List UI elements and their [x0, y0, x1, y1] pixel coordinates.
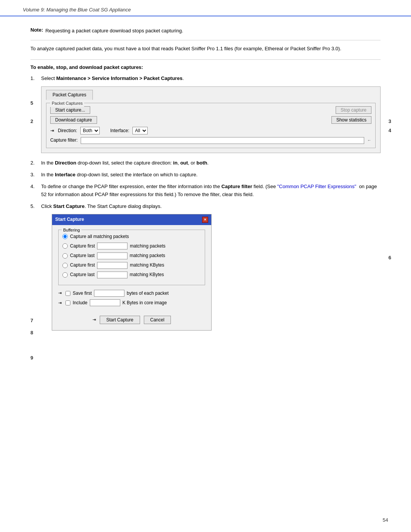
step-5: 5. Click Start Capture. The Start Captur… [30, 203, 381, 211]
start-capture-button[interactable]: Start capture... [50, 106, 90, 114]
capture-all-radio[interactable] [62, 234, 68, 239]
capture-last-label-2: Capture last [70, 271, 95, 278]
sc-body: Buffering Capture all matching packets C… [52, 225, 211, 330]
step-3-bold1: Interface [55, 172, 75, 177]
capture-last-input-1[interactable] [97, 252, 127, 259]
include-input[interactable] [90, 299, 120, 306]
step-4-content: To define or change the PCAP filter expr… [41, 183, 381, 199]
step-1-num: 1. [30, 75, 41, 83]
sc-title-text: Start Capture [55, 216, 84, 223]
step-1-bold: Maintenance > Service Information > Pack… [56, 75, 183, 81]
include-checkbox[interactable] [65, 300, 70, 305]
start-capture-submit-button[interactable]: Start Capture [100, 316, 140, 324]
capture-filter-label: Capture filter: [50, 137, 78, 144]
page-header: Volume 9: Managing the Blue Coat SG Appl… [0, 0, 411, 16]
content: Note: Requesting a packet capture downlo… [0, 16, 411, 347]
capture-first-suffix-2: matching KBytes [130, 262, 164, 269]
capture-first-input-1[interactable] [97, 243, 127, 249]
capture-last-suffix-1: matching packets [130, 252, 165, 259]
capture-last-radio-1[interactable] [62, 253, 68, 259]
step-2: 2. In the Direction drop-down list, sele… [30, 159, 381, 167]
capture-last-row: Capture last matching packets [62, 252, 201, 259]
callout-7: 7 [30, 317, 33, 325]
include-suffix: K Bytes in core image [123, 299, 167, 307]
pc-filter-row: Capture filter: ← [50, 137, 371, 144]
capture-filter-input[interactable] [81, 137, 364, 144]
include-row: ⇥ Include K Bytes in core image [58, 299, 205, 307]
capture-first-label-2: Capture first [70, 262, 95, 269]
step-1: 1. Select Maintenance > Service Informat… [30, 75, 381, 83]
capture-last-suffix-2: matching KBytes [130, 271, 164, 278]
show-statistics-button[interactable]: Show statistics [331, 116, 371, 124]
capture-all-label: Capture all matching packets [70, 233, 129, 240]
sc-title-bar: Start Capture × [52, 214, 211, 225]
callout-5: 5 [30, 99, 33, 107]
step-2-out: out [180, 160, 188, 166]
note-text: Requesting a packet capture download sto… [45, 27, 183, 35]
download-capture-button[interactable]: Download capture [50, 116, 97, 124]
pc-group-box: Packet Captures Start capture... Stop ca… [46, 103, 376, 148]
cancel-button[interactable]: Cancel [144, 316, 171, 324]
buffering-group-label: Buffering [62, 227, 81, 234]
section-heading: To enable, stop, and download packet cap… [30, 64, 381, 70]
capture-first-kb-row: Capture first matching KBytes [62, 262, 201, 269]
step-2-bold1: Direction [55, 160, 76, 166]
page-container: Volume 9: Managing the Blue Coat SG Appl… [0, 0, 411, 532]
step-4: 4. To define or change the PCAP filter e… [30, 183, 381, 199]
pc-group-label: Packet Captures [50, 100, 84, 107]
callout-3: 3 [389, 118, 391, 126]
capture-last-input-2[interactable] [97, 272, 127, 278]
start-capture-screenshot-container: 6 7 8 9 Start Capture × [41, 214, 381, 331]
capture-first-radio-1[interactable] [62, 243, 68, 249]
packet-captures-dialog-box: Packet Captures Packet Captures Start ca… [41, 86, 381, 153]
note-label: Note: [30, 27, 43, 33]
capture-last-label-1: Capture last [70, 252, 95, 259]
save-first-checkbox[interactable] [65, 291, 70, 296]
step-4-link[interactable]: "Common PCAP Filter Expressions" [277, 184, 356, 189]
step-4-num: 4. [30, 183, 41, 191]
section-separator [30, 59, 381, 60]
save-first-label: Save first [73, 290, 92, 297]
packet-captures-tab[interactable]: Packet Captures [46, 90, 93, 100]
callout-4: 4 [389, 127, 391, 135]
sc-button-row: ⇥ Start Capture Cancel [58, 316, 205, 324]
start-capture-dialog-box: Start Capture × Buffering Capt [52, 214, 212, 331]
capture-all-row: Capture all matching packets [62, 233, 201, 240]
callout-9: 9 [30, 354, 33, 362]
step-3: 3. In the Interface drop-down list, sele… [30, 171, 381, 179]
step-1-content: Select Maintenance > Service Information… [41, 75, 381, 83]
pc-row-2: Download capture Show statistics [50, 116, 371, 124]
capture-first-row: Capture first matching packets [62, 243, 201, 250]
step-4-bold1: Capture filter [221, 184, 252, 189]
capture-last-radio-2[interactable] [62, 272, 68, 278]
interface-label: Interface: [110, 127, 129, 134]
capture-first-radio-2[interactable] [62, 263, 68, 268]
callout-8: 8 [30, 329, 33, 337]
capture-first-input-2[interactable] [97, 262, 127, 269]
page-header-title: Volume 9: Managing the Blue Coat SG Appl… [23, 7, 131, 13]
packet-captures-screenshot-container: 5 2 3 4 Packet Captures Packet C [41, 86, 381, 153]
callout-region-2: 6 7 8 9 Start Capture × [41, 214, 381, 331]
step-5-num: 5. [30, 203, 41, 211]
sc-close-button[interactable]: × [202, 217, 208, 223]
capture-first-label-1: Capture first [70, 243, 95, 250]
callout-region-1: 5 2 3 4 Packet Captures Packet C [41, 86, 381, 153]
step-3-num: 3. [30, 171, 41, 179]
note-block: Note: Requesting a packet capture downlo… [30, 27, 381, 40]
callout-6: 6 [389, 254, 391, 262]
save-first-input[interactable] [94, 290, 124, 297]
step-5-bold1: Start Capture [53, 203, 84, 209]
direction-select[interactable]: Both in out [80, 127, 100, 134]
include-label: Include [73, 299, 88, 307]
save-first-suffix: bytes of each packet [127, 290, 169, 297]
stop-capture-button[interactable]: Stop capture [336, 106, 371, 114]
save-first-row: ⇥ Save first bytes of each packet [58, 290, 205, 297]
capture-last-kb-row: Capture last matching KBytes [62, 271, 201, 278]
interface-select[interactable]: All [132, 127, 148, 134]
intro-text: To analyze captured packet data, you mus… [30, 45, 381, 53]
step-2-num: 2. [30, 159, 41, 167]
pc-row-1: Start capture... Stop capture [50, 106, 371, 114]
step-5-content: Click Start Capture. The Start Capture d… [41, 203, 381, 211]
step-3-content: In the Interface drop-down list, select … [41, 171, 381, 179]
step-2-both: both [196, 160, 207, 166]
